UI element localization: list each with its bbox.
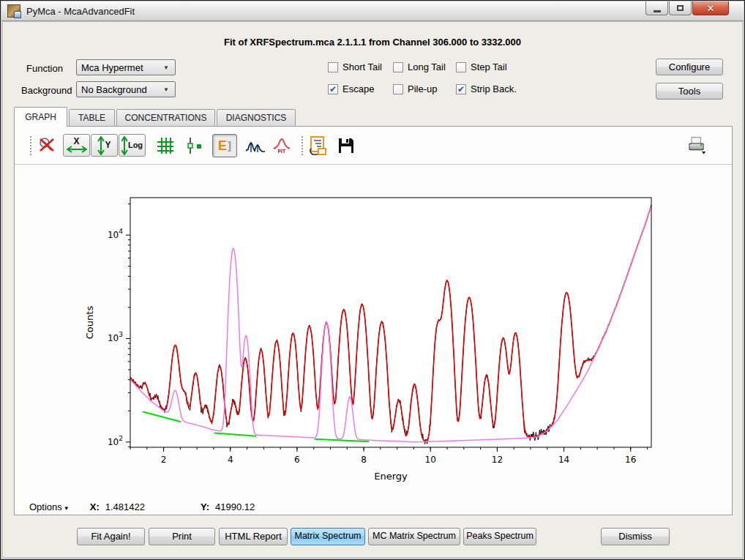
svg-text:Energy: Energy (374, 471, 408, 482)
energy-axis-bracket: ] (228, 139, 231, 152)
pymca-app-icon (7, 4, 20, 18)
cursor-y-value: 41990.12 (215, 501, 255, 512)
svg-text:6: 6 (294, 455, 300, 465)
energy-axis-button[interactable]: E ] (212, 134, 237, 157)
svg-text:104: 104 (108, 228, 123, 240)
y-arrow-icon (97, 136, 105, 155)
checkbox-label: Escape (342, 83, 374, 94)
checkbox-step-tail[interactable]: Step Tail (456, 61, 507, 72)
x-autoscale-label: X (73, 138, 79, 146)
svg-text:102: 102 (108, 435, 123, 447)
pymca-window: PyMca - McaAdvancedFit ✕ Fit of XRFSpect… (0, 0, 745, 560)
checkbox-long-tail[interactable]: Long Tail (393, 61, 446, 72)
plot-status-row: Options▼ X: 1.481422 Y: 41990.12 (15, 499, 732, 515)
log-scale-label: Log (128, 141, 143, 149)
checkbox-box: ✔ (328, 84, 338, 94)
options-button[interactable]: Options▼ (29, 501, 70, 512)
markers-icon[interactable] (184, 134, 205, 157)
svg-text:12: 12 (492, 455, 503, 465)
svg-text:8: 8 (361, 455, 367, 465)
options-label: Options (29, 501, 62, 512)
dialog-content: Fit of XRFSpectrum.mca 2.1.1.1 from Chan… (3, 22, 742, 557)
html-report-button[interactable]: HTML Report (219, 528, 288, 545)
matrix-spectrum-button[interactable]: Matrix Spectrum (291, 528, 365, 545)
chevron-down-icon: ▼ (163, 64, 169, 71)
spectrum-plot[interactable]: 246810121416102103104EnergyCounts (23, 165, 725, 499)
peaks-icon[interactable] (245, 134, 266, 157)
maximize-icon (677, 5, 684, 11)
svg-text:10: 10 (425, 455, 436, 465)
copy-report-icon[interactable] (308, 134, 329, 157)
checkbox-escape[interactable]: ✔ Escape (328, 83, 374, 94)
svg-text:4: 4 (228, 455, 233, 465)
checkbox-pileup[interactable]: Pile-up (393, 83, 437, 94)
background-label: Background (21, 85, 72, 96)
checkbox-box (393, 84, 403, 94)
y-autoscale-button[interactable]: Y (91, 134, 118, 157)
titlebar[interactable]: PyMca - McaAdvancedFit ✕ (1, 1, 744, 21)
cursor-y-label: Y: (201, 501, 209, 512)
save-icon[interactable] (336, 134, 356, 157)
checkbox-box: ✔ (456, 84, 466, 94)
print-button[interactable]: Print (149, 528, 215, 545)
cursor-x-value: 1.481422 (105, 501, 145, 512)
function-select-value: Mca Hypermet (81, 62, 163, 73)
log-arrow-icon (121, 136, 128, 155)
cursor-x-label: X: (90, 501, 100, 512)
chevron-down-icon: ▼ (163, 86, 169, 93)
close-icon: ✕ (707, 3, 715, 14)
tab-diagnostics[interactable]: DIAGNOSTICS (217, 109, 296, 126)
svg-text:103: 103 (108, 331, 123, 343)
grid-icon[interactable] (155, 134, 176, 157)
checkbox-short-tail[interactable]: Short Tail (328, 61, 382, 72)
x-arrow-icon (67, 146, 87, 153)
log-scale-button[interactable]: Log (119, 134, 146, 157)
zoom-reset-icon[interactable] (37, 134, 57, 157)
svg-text:14: 14 (558, 455, 569, 465)
checkbox-box (456, 62, 466, 72)
function-label: Function (26, 63, 63, 74)
function-select[interactable]: Mca Hypermet ▼ (76, 59, 176, 75)
toolbar-drag-handle[interactable] (301, 135, 304, 157)
background-select[interactable]: No Background ▼ (76, 81, 176, 97)
window-title: PyMca - McaAdvancedFit (26, 6, 135, 17)
checkbox-label: Step Tail (471, 61, 507, 72)
fit-again-button[interactable]: Fit Again! (77, 528, 145, 545)
peaks-spectrum-button[interactable]: Peaks Spectrum (463, 528, 536, 545)
tab-graph[interactable]: GRAPH (14, 107, 67, 127)
fit-header-title: Fit of XRFSpectrum.mca 2.1.1.1 from Chan… (3, 37, 742, 48)
tools-button[interactable]: Tools (656, 83, 723, 100)
graph-panel: X Y (14, 126, 733, 515)
tab-table[interactable]: TABLE (69, 109, 115, 126)
checkbox-box (328, 62, 338, 72)
checkbox-box (393, 62, 403, 72)
maximize-button[interactable] (669, 1, 692, 15)
checkbox-label: Pile-up (408, 83, 437, 94)
checkbox-label: Strip Back. (471, 83, 517, 94)
print-icon[interactable] (686, 134, 707, 157)
dismiss-button[interactable]: Dismiss (601, 528, 670, 545)
checkbox-label: Short Tail (342, 61, 382, 72)
background-select-value: No Background (81, 84, 163, 95)
svg-text:16: 16 (625, 455, 636, 465)
configure-button[interactable]: Configure (656, 59, 723, 75)
fit-icon-label: FIT (278, 149, 286, 153)
close-button[interactable]: ✕ (692, 1, 729, 15)
svg-text:2: 2 (161, 455, 167, 465)
mc-matrix-spectrum-button[interactable]: MC Matrix Spectrum (368, 528, 460, 545)
x-autoscale-button[interactable]: X (63, 134, 90, 157)
checkbox-label: Long Tail (408, 61, 446, 72)
toolbar-drag-handle[interactable] (29, 135, 32, 157)
tab-concentrations[interactable]: CONCENTRATIONS (116, 109, 215, 126)
plot-toolbar: X Y (15, 127, 732, 165)
minimize-icon (654, 10, 661, 12)
energy-axis-label: E (218, 139, 227, 152)
minimize-button[interactable] (645, 1, 668, 15)
checkbox-strip-back[interactable]: ✔ Strip Back. (456, 83, 517, 94)
fit-icon[interactable]: FIT (272, 134, 292, 157)
y-autoscale-label: Y (105, 141, 111, 149)
svg-text:Counts: Counts (84, 306, 95, 340)
chevron-down-icon: ▼ (64, 505, 70, 512)
